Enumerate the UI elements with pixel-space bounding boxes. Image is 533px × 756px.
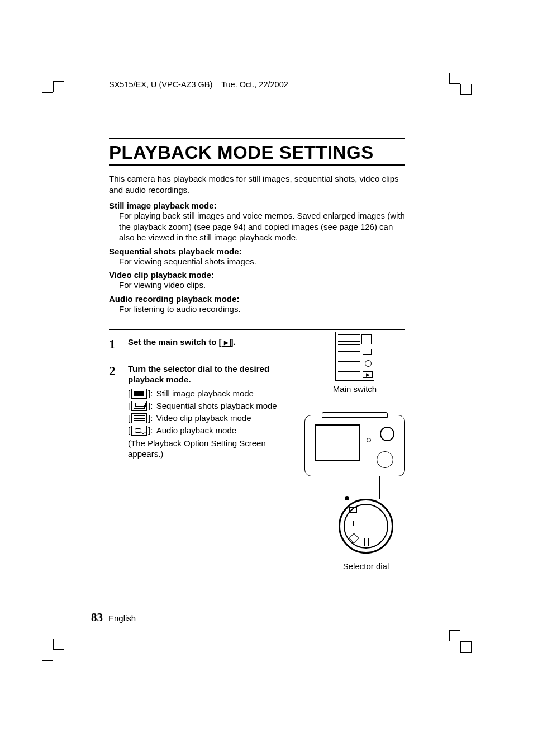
switch-playback-icon: ▶ — [363, 371, 373, 378]
mode-icon-list: []: Still image playback mode []: Sequen… — [128, 389, 296, 436]
switch-marker-icon — [363, 349, 372, 355]
dial-mode-icon — [349, 507, 357, 513]
main-switch-label: Main switch — [299, 384, 411, 394]
mode-still: Still image playback mode: For playing b… — [109, 201, 405, 243]
list-seq-label: Sequential shots playback mode — [156, 401, 277, 410]
video-clip-icon — [131, 413, 147, 423]
camera-button-icon — [367, 438, 371, 442]
mode-audio-desc: For listening to audio recordings. — [119, 304, 405, 315]
dial-mode-icon — [346, 521, 354, 526]
leader-line-icon — [379, 476, 380, 499]
list-item: []: Audio playback mode — [128, 426, 296, 436]
page-number: 83 — [91, 611, 103, 625]
figure-area: ▶ Main switch Selector dial — [299, 332, 411, 571]
sequential-shots-icon — [131, 401, 147, 411]
step-1-number: 1 — [109, 337, 128, 351]
page-footer: 83 English — [91, 611, 136, 625]
camera-top-icon — [322, 412, 388, 418]
mode-audio: Audio recording playback mode: For liste… — [109, 294, 405, 315]
main-switch-illustration: ▶ — [335, 332, 374, 381]
list-item: []: Sequential shots playback mode — [128, 401, 296, 411]
document-header: SX515/EX, U (VPC-AZ3 GB) Tue. Oct., 22/2… — [109, 80, 288, 89]
doc-date: Tue. Oct., 22/2002 — [221, 80, 288, 89]
list-item: []: Still image playback mode — [128, 389, 296, 399]
title-rule-bottom — [109, 164, 405, 166]
intro-paragraph: This camera has playback modes for still… — [109, 173, 405, 195]
crop-mark-top-left — [42, 81, 64, 103]
list-item: []: Video clip playback mode — [128, 413, 296, 423]
mode-still-desc: For playing back still images and voice … — [119, 210, 405, 243]
audio-recording-icon — [131, 426, 147, 436]
page-title: PLAYBACK MODE SETTINGS — [109, 142, 405, 163]
dial-indicator-icon — [345, 496, 349, 500]
page-language: English — [108, 613, 136, 623]
mode-seq-desc: For viewing sequential shots images. — [119, 256, 405, 267]
doc-id: SX515/EX, U (VPC-AZ3 GB) — [109, 80, 212, 89]
step-1-text-post: ]. — [231, 337, 236, 347]
camera-illustration — [304, 415, 405, 476]
step-2-heading: Turn the selector dial to the desired pl… — [128, 363, 296, 385]
selector-dial-label: Selector dial — [310, 561, 422, 571]
mode-video-heading: Video clip playback mode: — [109, 270, 405, 280]
step-2-number: 2 — [109, 363, 128, 460]
switch-circle-icon — [365, 360, 372, 367]
crop-mark-bottom-right — [449, 630, 472, 653]
camera-screen-icon — [315, 424, 360, 461]
list-still-label: Still image playback mode — [156, 389, 254, 398]
list-video-label: Video clip playback mode — [156, 413, 251, 423]
still-image-icon — [131, 389, 147, 399]
step-2-note: (The Playback Option Setting Screen appe… — [128, 438, 296, 460]
section-rule — [109, 329, 405, 330]
mode-audio-heading: Audio recording playback mode: — [109, 294, 405, 304]
playback-mode-icon: ▶ — [222, 339, 231, 347]
camera-lens-icon — [380, 427, 394, 441]
crop-mark-top-right — [449, 73, 472, 95]
step-1-text-pre: Set the main switch to [ — [128, 337, 222, 347]
mode-video-desc: For viewing video clips. — [119, 280, 405, 291]
mode-seq: Sequential shots playback mode: For view… — [109, 247, 405, 267]
mode-video: Video clip playback mode: For viewing vi… — [109, 270, 405, 291]
mode-still-heading: Still image playback mode: — [109, 201, 405, 210]
crop-mark-bottom-left — [42, 639, 64, 661]
camera-dial-icon — [377, 451, 393, 468]
dial-mode-icon — [364, 538, 369, 546]
list-audio-label: Audio playback mode — [156, 426, 236, 435]
mode-seq-heading: Sequential shots playback mode: — [109, 247, 405, 256]
title-rule-top — [109, 138, 405, 139]
dial-mode-icon — [349, 533, 359, 543]
selector-dial-illustration — [339, 499, 393, 554]
